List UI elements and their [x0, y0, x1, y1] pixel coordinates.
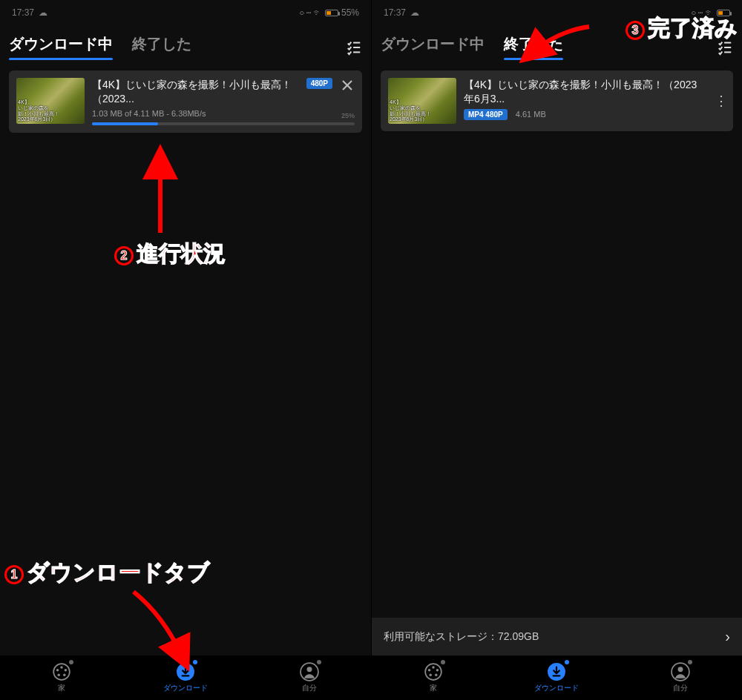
- download-item[interactable]: 4K】 いじ家の森を 影！小川も最高！ 2023年6月3日） 【4K】じいじ家の…: [9, 70, 362, 133]
- svg-point-27: [677, 667, 683, 672]
- film-reel-icon: [424, 662, 443, 681]
- thumb-caption: 4K】 いじ家の森を 影！小川も最高！ 2023年6月3日）: [390, 99, 455, 122]
- storage-label: 利用可能なストレージ：72.09GB: [384, 630, 539, 644]
- svg-point-8: [63, 674, 65, 676]
- nav-me[interactable]: 自分: [247, 656, 371, 700]
- nav-me[interactable]: 自分: [619, 656, 742, 700]
- nav-home[interactable]: 家: [0, 656, 124, 700]
- quality-badge: 480P: [306, 78, 332, 89]
- progress-pct: 25%: [341, 112, 355, 119]
- video-thumbnail: 4K】 いじ家の森を 影！小川も最高！ 2023年6月3日）: [388, 78, 456, 124]
- nav-me-label: 自分: [302, 683, 317, 693]
- nav-me-label: 自分: [673, 683, 688, 693]
- screen-downloading: 17:37 ⊙ ⋯ ᯤ 55% ダウンロード中 終了した: [0, 0, 371, 700]
- download-icon: [547, 662, 566, 681]
- svg-point-19: [432, 666, 434, 668]
- tab-finished[interactable]: 終了した: [132, 34, 191, 60]
- tab-downloading[interactable]: ダウンロード中: [381, 34, 485, 60]
- chevron-right-icon: ›: [725, 628, 730, 645]
- svg-point-14: [306, 667, 312, 672]
- nav-home-label: 家: [58, 683, 65, 693]
- person-icon: [300, 662, 319, 681]
- nav-download[interactable]: ダウンロード: [495, 656, 618, 700]
- download-icon: [176, 662, 195, 681]
- format-badge: MP4 480P: [464, 109, 508, 120]
- notification-dot: [69, 660, 73, 664]
- multiselect-icon[interactable]: [346, 39, 362, 56]
- status-time: 17:37: [12, 7, 34, 18]
- battery-icon: [325, 10, 338, 16]
- status-bar: 17:37 ⊙ ⋯ ᯤ 55%: [9, 4, 362, 21]
- svg-point-7: [65, 669, 67, 671]
- svg-point-21: [435, 674, 437, 676]
- svg-point-23: [428, 669, 430, 671]
- svg-point-20: [436, 669, 439, 671]
- bottom-nav: 家 ダウンロード 自分: [0, 656, 371, 700]
- multiselect-icon[interactable]: [717, 39, 733, 56]
- nav-download[interactable]: ダウンロード: [124, 656, 248, 700]
- person-icon: [671, 662, 690, 681]
- thumb-caption: 4K】 いじ家の森を 影！小川も最高！ 2023年6月3日）: [18, 99, 83, 122]
- svg-point-22: [430, 674, 432, 676]
- film-reel-icon: [52, 662, 71, 681]
- notification-dot: [441, 660, 445, 664]
- bottom-nav: 家 ダウンロード 自分: [372, 656, 742, 700]
- battery-icon: [717, 10, 730, 16]
- download-tabs: ダウンロード中 終了した: [381, 21, 733, 66]
- storage-row[interactable]: 利用可能なストレージ：72.09GB ›: [372, 618, 742, 656]
- more-options-button[interactable]: ⋮: [712, 86, 730, 116]
- svg-point-9: [58, 674, 60, 676]
- status-time: 17:37: [384, 7, 406, 18]
- screen-finished: 17:37 ⊙ ⋯ ᯤ ダウンロード中 終了した 4K】 いじ家: [371, 0, 742, 700]
- download-tabs: ダウンロード中 終了した: [9, 21, 362, 66]
- tab-finished[interactable]: 終了した: [504, 34, 563, 60]
- notification-dot: [688, 660, 692, 664]
- cancel-download-button[interactable]: [338, 76, 356, 94]
- svg-point-10: [56, 669, 59, 671]
- cloud-icon: [39, 7, 47, 18]
- nav-download-label: ダウンロード: [163, 683, 208, 693]
- progress-text: 1.03 MB of 4.11 MB - 6.38MB/s: [92, 109, 355, 118]
- battery-pct: 55%: [341, 7, 359, 18]
- cloud-icon: [410, 7, 419, 18]
- notification-dot: [565, 660, 569, 664]
- video-thumbnail: 4K】 いじ家の森を 影！小川も最高！ 2023年6月3日）: [16, 78, 85, 124]
- nav-home-label: 家: [430, 683, 437, 693]
- progress-fill: [92, 122, 158, 125]
- status-bar: 17:37 ⊙ ⋯ ᯤ: [381, 4, 733, 21]
- notification-dot: [317, 660, 321, 664]
- nav-download-label: ダウンロード: [534, 683, 579, 693]
- progress-bar: 25%: [92, 122, 355, 125]
- download-item[interactable]: 4K】 いじ家の森を 影！小川も最高！ 2023年6月3日） 【4K】じいじ家の…: [381, 70, 733, 131]
- tab-downloading[interactable]: ダウンロード中: [9, 34, 113, 60]
- nav-home[interactable]: 家: [372, 656, 495, 700]
- item-title: 【4K】じいじ家の森を撮影！小川も最高！（2023年6月3...: [464, 78, 726, 106]
- notification-dot: [193, 660, 197, 664]
- svg-point-6: [61, 666, 63, 668]
- wifi-icon: ⊙ ⋯ ᯤ: [691, 7, 714, 18]
- wifi-icon: ⊙ ⋯ ᯤ: [299, 7, 322, 18]
- file-size: 4.61 MB: [516, 110, 546, 119]
